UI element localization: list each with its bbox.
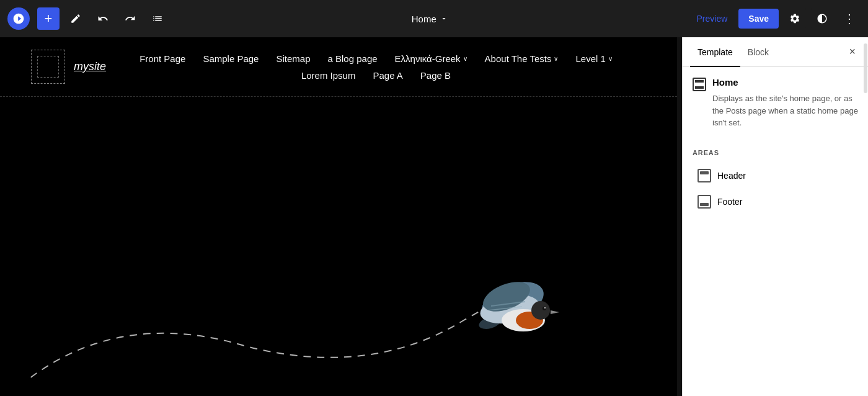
settings-button[interactable] (784, 7, 806, 30)
tests-chevron: ∨ (554, 55, 558, 62)
nav-lorem[interactable]: Lorem Ipsum (301, 70, 356, 81)
area-footer-label: Footer (717, 197, 742, 207)
template-description: Displays as the site's home page, or as … (712, 92, 858, 129)
nav-greek[interactable]: Ελληνικά-Greek ∨ (395, 53, 467, 64)
svg-point-7 (542, 307, 546, 310)
svg-marker-9 (551, 310, 559, 314)
nav-page-a[interactable]: Page A (373, 70, 402, 81)
wp-logo[interactable] (7, 7, 30, 30)
site-name: mysite (74, 60, 106, 73)
contrast-button[interactable] (811, 7, 833, 30)
panel-content: Home Displays as the site's home page, o… (683, 67, 868, 396)
site-logo-box (31, 50, 65, 84)
nav-blog-page[interactable]: a Blog page (328, 53, 378, 64)
home-info: Home Displays as the site's home page, o… (712, 77, 858, 142)
preview-button[interactable]: Preview (691, 10, 734, 27)
undo-button[interactable] (92, 7, 114, 30)
topbar: + Home Preview Save ⋮ (0, 0, 868, 37)
home-section: Home Displays as the site's home page, o… (693, 77, 858, 142)
nav-sample-page[interactable]: Sample Page (203, 53, 259, 64)
header-area-icon (698, 169, 711, 182)
add-block-button[interactable]: + (37, 7, 60, 30)
topbar-right: Preview Save ⋮ (691, 7, 861, 30)
nav-front-page[interactable]: Front Page (140, 53, 185, 64)
edit-icon-button[interactable] (64, 7, 87, 30)
area-header-item[interactable]: Header (693, 163, 858, 189)
template-title: Home (712, 77, 858, 88)
more-options-button[interactable]: ⋮ (838, 7, 861, 30)
tab-template[interactable]: Template (690, 37, 740, 67)
list-view-button[interactable] (146, 7, 169, 30)
bird-scene (0, 197, 677, 396)
area-header-label: Header (717, 171, 746, 181)
bird-path-svg (0, 197, 677, 396)
home-template-icon (693, 78, 706, 91)
nav-sitemap[interactable]: Sitemap (276, 53, 310, 64)
nav-page-b[interactable]: Page B (420, 70, 451, 81)
svg-point-8 (544, 307, 546, 308)
panel-scrollbar[interactable] (863, 37, 868, 396)
nav-row-1: Front Page Sample Page Sitemap a Blog pa… (140, 53, 613, 64)
topbar-center: Home (174, 10, 686, 28)
areas-label: AREAS (693, 149, 858, 156)
page-selector[interactable]: Home (405, 10, 454, 28)
nav-level1[interactable]: Level 1 ∨ (575, 53, 612, 64)
site-header: mysite Front Page Sample Page Sitemap a … (0, 37, 677, 97)
redo-button[interactable] (119, 7, 141, 30)
nav-row-2: Lorem Ipsum Page A Page B (301, 70, 451, 81)
panel-close-button[interactable]: × (844, 43, 861, 61)
canvas: mysite Front Page Sample Page Sitemap a … (0, 37, 677, 396)
page-name: Home (412, 14, 436, 24)
canvas-scrollbar[interactable] (677, 37, 682, 396)
save-button[interactable]: Save (738, 9, 779, 29)
level1-chevron: ∨ (608, 55, 613, 62)
area-footer-item[interactable]: Footer (693, 189, 858, 215)
footer-area-icon (698, 195, 711, 209)
nav-menu: Front Page Sample Page Sitemap a Blog pa… (106, 53, 646, 81)
panel-scrollbar-thumb (864, 43, 867, 93)
bird-svg (479, 278, 559, 337)
svg-point-6 (531, 301, 550, 320)
greek-chevron: ∨ (463, 55, 467, 62)
panel-tabs: Template Block × (683, 37, 868, 67)
site-logo-inner (37, 56, 59, 78)
main-area: mysite Front Page Sample Page Sitemap a … (0, 37, 868, 396)
right-panel: Template Block × Home Displays as the si… (682, 37, 868, 396)
tab-block[interactable]: Block (740, 37, 776, 67)
bird (479, 278, 553, 334)
nav-about-tests[interactable]: About The Tests ∨ (485, 53, 559, 64)
